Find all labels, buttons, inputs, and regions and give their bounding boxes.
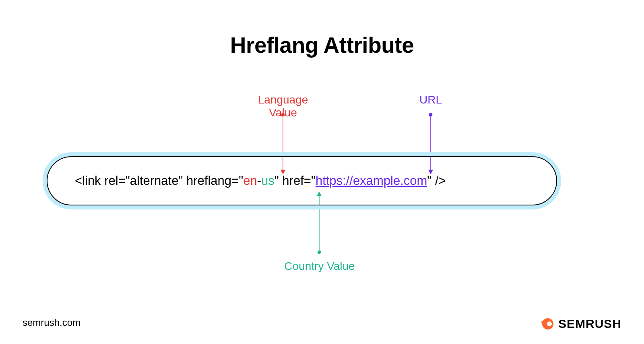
code-mid: " href=" bbox=[275, 174, 316, 188]
code-prefix: <link rel="alternate" hreflang=" bbox=[75, 174, 243, 188]
country-value-label: Country Value bbox=[279, 260, 360, 273]
code-suffix: " /> bbox=[427, 174, 446, 188]
code-separator: - bbox=[257, 174, 261, 188]
footer-domain: semrush.com bbox=[23, 317, 80, 328]
url-label: URL bbox=[415, 93, 447, 106]
brand-logo: SEMRUSH bbox=[540, 317, 621, 331]
svg-point-3 bbox=[429, 113, 432, 116]
code-country-value: us bbox=[261, 174, 275, 188]
code-url-value: https://example.com bbox=[316, 174, 427, 188]
svg-point-6 bbox=[318, 251, 321, 254]
code-language-value: en bbox=[243, 174, 257, 188]
fireball-icon bbox=[540, 317, 554, 331]
code-example-box: <link rel="alternate" hreflang="en-us" h… bbox=[47, 156, 557, 205]
brand-name: SEMRUSH bbox=[558, 317, 621, 331]
diagram-title: Hreflang Attribute bbox=[0, 32, 644, 58]
svg-point-10 bbox=[547, 321, 552, 326]
language-value-label: Language Value bbox=[243, 93, 323, 119]
